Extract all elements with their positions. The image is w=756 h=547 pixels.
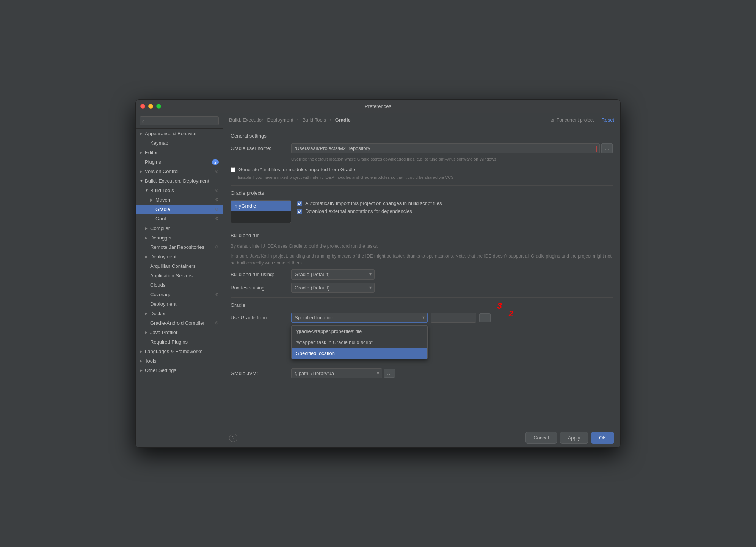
titlebar: Preferences — [136, 100, 620, 113]
sidebar-item-label: Application Servers — [150, 273, 219, 278]
sync-icon: ⚙ — [215, 169, 219, 174]
arrow-icon: ▶ — [150, 198, 155, 202]
gradle-home-browse-button[interactable]: … — [601, 143, 613, 153]
breadcrumb-separator: › — [330, 117, 331, 123]
gradle-location-browse-button[interactable]: … — [479, 313, 491, 322]
gradle-user-home-hint: Override the default location where Grad… — [291, 156, 613, 162]
close-button[interactable] — [140, 104, 145, 109]
sidebar-item-remote-jar-repositories[interactable]: Remote Jar Repositories ⚙ — [136, 242, 223, 252]
sidebar-item-maven[interactable]: ▶ Maven ⚙ — [136, 195, 223, 205]
sidebar-item-gradle-android-compiler[interactable]: Gradle-Android Compiler ⚙ — [136, 318, 223, 328]
sidebar-item-application-servers[interactable]: Application Servers — [136, 271, 223, 280]
help-button[interactable]: ? — [229, 434, 237, 442]
breadcrumb-segment: Build, Execution, Deployment — [229, 117, 293, 123]
maximize-button[interactable] — [156, 104, 161, 109]
sidebar-item-deployment2[interactable]: Deployment — [136, 299, 223, 309]
apply-button[interactable]: Apply — [560, 432, 588, 444]
sidebar-item-version-control[interactable]: ▶ Version Control ⚙ — [136, 167, 223, 176]
sidebar-item-label: Plugins — [145, 159, 212, 165]
sidebar-item-build-execution-deployment[interactable]: ▼ Build, Execution, Deployment — [136, 176, 223, 186]
dropdown-item-specified-location[interactable]: Specified location — [292, 348, 427, 359]
sidebar-item-tools[interactable]: ▶ Tools — [136, 356, 223, 366]
sidebar-item-arquillian-containers[interactable]: Arquillian Containers — [136, 261, 223, 271]
sidebar-item-editor[interactable]: ▶ Editor — [136, 148, 223, 157]
sidebar-item-docker[interactable]: ▶ Docker — [136, 309, 223, 318]
panel-body: General settings Gradle user home: | … O… — [223, 127, 620, 428]
sidebar-item-appearance-behavior[interactable]: ▶ Appearance & Behavior — [136, 129, 223, 138]
reset-button[interactable]: Reset — [601, 117, 614, 123]
bottom-left: ? — [229, 434, 237, 442]
gradle-section-title: Gradle — [231, 302, 613, 308]
sidebar-item-java-profiler[interactable]: ▶ Java Profiler — [136, 328, 223, 337]
sidebar-item-label: Arquillian Containers — [150, 263, 219, 269]
general-settings-title: General settings — [231, 133, 613, 139]
sidebar-item-build-tools[interactable]: ▼ Build Tools ⚙ — [136, 186, 223, 195]
sidebar-item-clouds[interactable]: Clouds — [136, 280, 223, 290]
sync-icon: ⚙ — [215, 320, 219, 325]
gradle-jvm-browse-button[interactable]: … — [384, 369, 395, 378]
bottom-bar: ? Cancel Apply OK — [223, 428, 620, 447]
sidebar-item-required-plugins[interactable]: Required Plugins — [136, 337, 223, 347]
sidebar-item-label: Build Tools — [150, 188, 213, 193]
gradle-user-home-input[interactable] — [291, 143, 600, 153]
sidebar-item-other-settings[interactable]: ▶ Other Settings — [136, 366, 223, 375]
breadcrumb: Build, Execution, Deployment › Build Too… — [229, 117, 351, 123]
gradle-user-home-label: Gradle user home: — [231, 145, 291, 151]
arrow-icon: ▶ — [145, 236, 150, 240]
sidebar-item-deployment[interactable]: ▶ Deployment — [136, 252, 223, 261]
sidebar-item-label: Version Control — [145, 169, 213, 174]
sidebar-item-label: Required Plugins — [150, 339, 219, 345]
sidebar: ⌕ ▶ Appearance & Behavior Keymap ▶ — [136, 113, 223, 447]
divider — [231, 185, 613, 186]
sidebar-item-label: Debugger — [150, 235, 219, 241]
sidebar-item-plugins[interactable]: Plugins 2 — [136, 157, 223, 167]
build-run-using-select[interactable]: Gradle (Default) IntelliJ IDEA — [291, 269, 375, 280]
search-wrapper: ⌕ — [140, 116, 219, 125]
generate-iml-checkbox[interactable] — [231, 167, 235, 172]
arrow-open-icon: ▼ — [140, 179, 145, 183]
main-content: ⌕ ▶ Appearance & Behavior Keymap ▶ — [136, 113, 620, 447]
download-annotations-checkbox[interactable] — [297, 209, 302, 214]
arrow-icon: ▶ — [145, 255, 150, 259]
traffic-lights — [140, 104, 161, 109]
sync-icon: ⚙ — [215, 197, 219, 202]
search-input[interactable] — [140, 116, 219, 125]
sidebar-item-coverage[interactable]: Coverage ⚙ — [136, 290, 223, 299]
divider2 — [231, 228, 613, 228]
cancel-button[interactable]: Cancel — [525, 432, 557, 444]
use-gradle-from-select[interactable]: 'gradle-wrapper.properties' file 'wrappe… — [291, 313, 428, 323]
dropdown-item-wrapper-properties[interactable]: 'gradle-wrapper.properties' file — [292, 326, 427, 337]
plugins-badge: 2 — [212, 159, 219, 165]
project-item-mygradle[interactable]: myGradle — [231, 201, 291, 211]
run-tests-using-select[interactable]: Gradle (Default) IntelliJ IDEA — [291, 283, 375, 293]
gradle-jvm-select-wrapper: t, path: /Library/Ja — [291, 368, 382, 378]
sidebar-item-languages-frameworks[interactable]: ▶ Languages & Frameworks — [136, 347, 223, 356]
for-current-project-label: 🖥 For current project — [550, 117, 594, 123]
sync-icon: ⚙ — [215, 207, 219, 212]
sync-icon: ⚙ — [215, 245, 219, 250]
sidebar-item-debugger[interactable]: ▶ Debugger — [136, 233, 223, 242]
minimize-button[interactable] — [148, 104, 153, 109]
sidebar-item-label: Gradle-Android Compiler — [150, 320, 213, 326]
sidebar-item-keymap[interactable]: Keymap — [136, 138, 223, 148]
sidebar-item-gradle[interactable]: Gradle ⚙ — [136, 205, 223, 214]
auto-import-checkbox[interactable] — [297, 201, 302, 206]
run-tests-using-select-wrapper: Gradle (Default) IntelliJ IDEA — [291, 283, 375, 293]
gradle-jvm-row: Gradle JVM: t, path: /Library/Ja … — [231, 368, 613, 378]
sidebar-item-compiler[interactable]: ▶ Compiler — [136, 223, 223, 233]
sidebar-item-label: Clouds — [150, 282, 219, 288]
arrow-icon: ▶ — [145, 226, 150, 230]
dropdown-item-wrapper-task[interactable]: 'wrapper' task in Gradle build script — [292, 337, 427, 348]
sidebar-item-label: Compiler — [150, 225, 219, 231]
search-icon: ⌕ — [142, 119, 145, 123]
arrow-open-icon: ▼ — [145, 188, 150, 192]
gradle-location-input[interactable] — [431, 313, 476, 323]
sidebar-item-label: Deployment — [150, 254, 219, 259]
divider3 — [231, 297, 613, 298]
sidebar-item-gant[interactable]: Gant ⚙ — [136, 214, 223, 223]
gradle-jvm-select[interactable]: t, path: /Library/Ja — [291, 368, 382, 378]
sidebar-item-label: Editor — [145, 150, 219, 155]
build-run-using-row: Build and run using: Gradle (Default) In… — [231, 269, 613, 280]
ok-button[interactable]: OK — [591, 432, 614, 444]
gradle-jvm-label: Gradle JVM: — [231, 370, 291, 376]
